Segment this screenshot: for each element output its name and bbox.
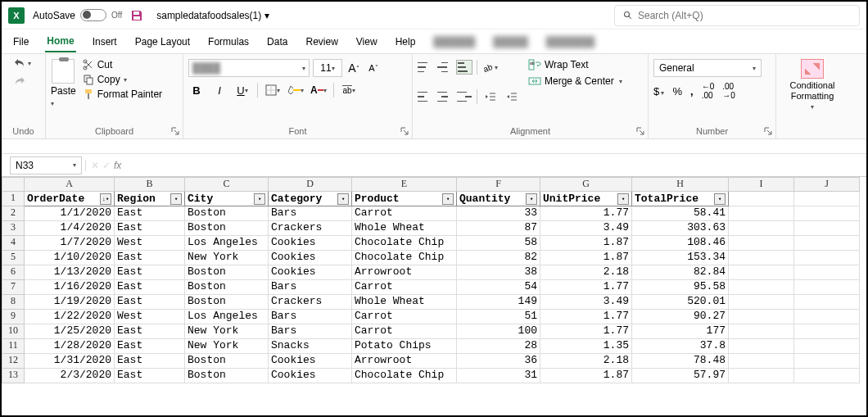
cell[interactable]: Cookies [269,236,352,251]
cell[interactable]: Boston [185,295,269,310]
cell[interactable]: Bars [269,310,352,324]
enter-formula-icon[interactable]: ✓ [102,160,111,171]
cell[interactable] [729,339,794,354]
cell[interactable]: East [115,251,185,265]
filter-header[interactable]: TotalPrice▾ [632,192,729,206]
cell[interactable]: 177 [632,324,729,339]
filter-header[interactable]: Region▾ [115,192,185,206]
cut-button[interactable]: Cut [83,59,162,70]
tab-insert[interactable]: Insert [91,32,119,52]
increase-indent-button[interactable] [504,88,520,105]
col-header[interactable]: C [185,177,269,192]
align-center-button[interactable] [437,90,452,103]
cancel-formula-icon[interactable]: ✕ [91,160,99,171]
cell[interactable] [794,324,860,339]
cell[interactable]: 303.63 [632,221,729,236]
cell[interactable]: 1/25/2020 [25,324,115,339]
cell[interactable]: 1.87 [540,369,632,383]
cell[interactable] [794,295,860,310]
cell[interactable]: 82.84 [632,265,729,280]
cell[interactable] [794,310,860,324]
decrease-decimal-button[interactable]: .00→0 [722,82,735,100]
cell[interactable]: 2.18 [540,265,632,280]
cell[interactable] [794,221,860,236]
row-header[interactable]: 10 [2,324,25,339]
conditional-formatting-button[interactable]: Conditional Formatting ▾ [781,56,843,137]
cell[interactable] [794,339,860,354]
filter-header[interactable]: Category▾ [269,192,352,206]
cell[interactable]: 90.27 [632,310,729,324]
cell[interactable]: Boston [185,221,269,236]
cell[interactable]: 1/13/2020 [25,265,115,280]
filter-header[interactable]: Product▾ [352,192,457,206]
cell[interactable]: Crackers [269,221,352,236]
cell[interactable]: Arrowroot [352,265,457,280]
increase-font-button[interactable]: A˄ [346,60,362,76]
cell[interactable]: West [115,310,185,324]
cell[interactable] [794,369,860,383]
filter-icon[interactable]: ▾ [526,193,537,205]
tab-formulas[interactable]: Formulas [206,32,251,52]
undo-button[interactable]: ▾ [13,57,31,69]
row-header[interactable]: 9 [2,310,25,324]
cell[interactable] [729,221,794,236]
fill-color-button[interactable]: ▾ [287,82,304,98]
cell[interactable]: Bars [269,280,352,295]
bold-button[interactable]: B [188,82,205,98]
cell[interactable]: Arrowroot [352,354,457,369]
cell[interactable] [729,206,794,221]
cell[interactable]: 31 [457,369,540,383]
col-header[interactable]: H [632,177,729,192]
decrease-font-button[interactable]: A˅ [365,60,382,76]
autosave-toggle[interactable]: AutoSave Off [33,9,122,21]
cell[interactable]: East [115,295,185,310]
cell[interactable]: 1/10/2020 [25,251,115,265]
cell[interactable]: 58.41 [632,206,729,221]
row-header[interactable]: 7 [2,280,25,295]
cell[interactable]: 1/16/2020 [25,280,115,295]
cell[interactable]: 2.18 [540,354,632,369]
cell[interactable]: Whole Wheat [352,221,457,236]
cell[interactable]: 54 [457,280,540,295]
cell[interactable]: Boston [185,354,269,369]
row-header[interactable]: 12 [2,354,25,369]
cell[interactable]: 1/19/2020 [25,295,115,310]
cell[interactable] [729,369,794,383]
filter-header[interactable]: City▾ [185,192,269,206]
cell[interactable]: 82 [457,251,540,265]
font-size-select[interactable]: 11 ▾ [313,59,342,77]
cell[interactable] [729,310,794,324]
cell[interactable]: 1.35 [540,339,632,354]
filter-header[interactable]: Quantity▾ [457,192,540,206]
cell[interactable]: 1/1/2020 [25,206,115,221]
toggle-icon[interactable] [80,9,106,21]
row-header[interactable]: 13 [2,369,25,383]
cell[interactable]: 37.8 [632,339,729,354]
cell[interactable]: Chocolate Chip [352,251,457,265]
row-header[interactable]: 2 [2,206,25,221]
cell[interactable]: 100 [457,324,540,339]
cell[interactable] [794,265,860,280]
cell[interactable]: 3.49 [540,221,632,236]
cell[interactable]: 1/22/2020 [25,310,115,324]
col-header[interactable]: G [540,177,632,192]
cell[interactable]: Carrot [352,280,457,295]
cell[interactable] [729,354,794,369]
tab-help[interactable]: Help [394,32,418,52]
dialog-launcher-icon[interactable] [636,127,644,135]
fx-icon[interactable]: fx [114,160,121,171]
cell[interactable]: Snacks [269,339,352,354]
dialog-launcher-icon[interactable] [400,127,409,135]
filter-header[interactable]: UnitPrice▾ [540,192,632,206]
row-header[interactable]: 4 [2,236,25,251]
tab-home[interactable]: Home [45,31,75,52]
cell[interactable]: East [115,324,185,339]
redo-button[interactable] [13,75,26,87]
align-middle-button[interactable] [437,61,452,74]
cell[interactable]: 1.77 [540,206,632,221]
cell[interactable]: Cookies [269,251,352,265]
cell[interactable] [729,295,794,310]
cell[interactable]: Cookies [269,369,352,383]
filter-icon[interactable]: ▾ [617,193,629,205]
increase-decimal-button[interactable]: ←0.00 [702,82,715,100]
